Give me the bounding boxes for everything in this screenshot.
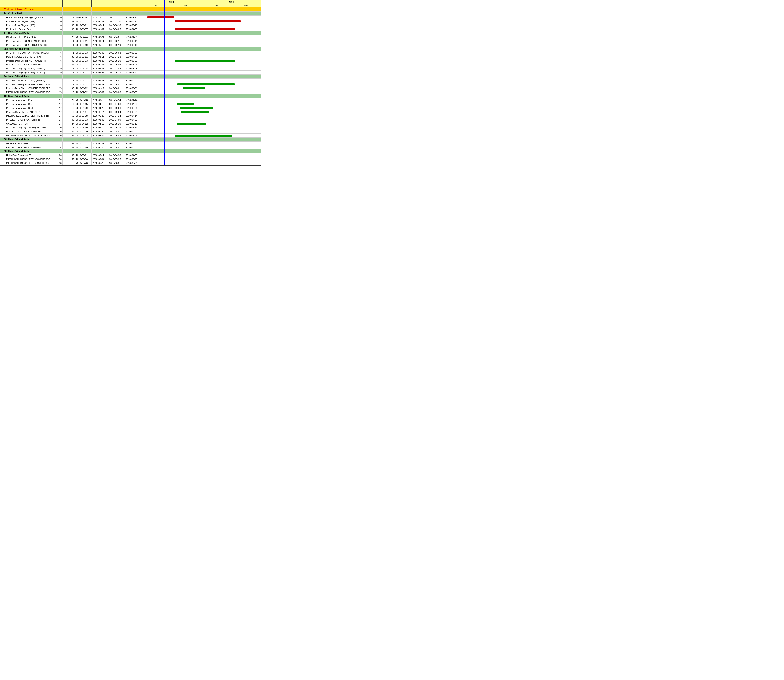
early-start: 2010-05-19 bbox=[91, 126, 108, 129]
activity-name: PROJECT SPECIFICATION (IFR) bbox=[0, 63, 50, 66]
section-label: 1st Critical Path bbox=[0, 12, 50, 15]
orig-duration: 18 bbox=[63, 106, 75, 110]
early-finish: 2010-04-14 bbox=[125, 98, 142, 102]
bl1-start: 2010-01-07 bbox=[75, 19, 91, 23]
top-section-header: Critical & Near Critical bbox=[0, 7, 261, 12]
spacer bbox=[50, 31, 63, 35]
spacer bbox=[108, 94, 125, 98]
activity-name: Process Data Sheet : COMPRESSOR PACKAG bbox=[0, 87, 50, 90]
table-row: MTO For Pipe (CS) (1st BM) (PU-007) 9 1 … bbox=[0, 67, 261, 71]
bl1-finish: 2010-06-10 bbox=[108, 24, 125, 27]
early-start: 2010-01-28 bbox=[91, 114, 108, 118]
spacer bbox=[108, 7, 125, 11]
total-float: 9 bbox=[50, 67, 63, 71]
section-header: 4th Near Critical Path bbox=[0, 94, 261, 98]
early-start: 2010-04-02 bbox=[91, 134, 108, 137]
gantt-bar-cell bbox=[142, 118, 261, 122]
table-row: MTO for Tank Material 1st 17 22 2010-03-… bbox=[0, 98, 261, 102]
orig-duration: 35 bbox=[63, 55, 75, 59]
spacer bbox=[50, 75, 63, 78]
table-row: MECHANICAL DATASHEET : TANK (IFR) 17 52 … bbox=[0, 114, 261, 118]
table-row: Home Office Engineering Organization 0 1… bbox=[0, 16, 261, 19]
early-finish: 2010-05-19 bbox=[125, 126, 142, 129]
bl1-finish: 2010-04-01 bbox=[108, 35, 125, 39]
section-label: Critical & Near Critical bbox=[0, 7, 50, 11]
spacer bbox=[125, 12, 142, 15]
early-start: 2010-01-07 bbox=[91, 142, 108, 145]
early-start: 2010-06-03 bbox=[91, 51, 108, 55]
total-float: 4 bbox=[50, 43, 63, 47]
activity-name: MTO For Butterfly Valve (1st BM) (PU-005… bbox=[0, 82, 50, 86]
early-finish: 2010-01-11 bbox=[125, 16, 142, 19]
bl1-start: 2010-01-14 bbox=[75, 110, 91, 114]
total-float: 20 bbox=[50, 126, 63, 129]
bl1-start: 2010-06-01 bbox=[75, 82, 91, 86]
early-start: 2010-01-20 bbox=[91, 145, 108, 149]
orig-duration: 37 bbox=[63, 153, 75, 157]
table-row: MTO For Fitting (CS) (2nd BM) (PU-008) 4… bbox=[0, 43, 261, 47]
total-float: 17 bbox=[50, 122, 63, 126]
gantt-bar-cell bbox=[142, 27, 261, 31]
spacer bbox=[63, 150, 75, 153]
bl1-finish: 2010-05-26 bbox=[108, 106, 125, 110]
total-float: 26 bbox=[50, 153, 63, 157]
year-2009: 2009 bbox=[142, 0, 201, 4]
gantt-spacer bbox=[142, 94, 261, 98]
activity-name: P&ID :PROCESS & UTILITY (IFA) bbox=[0, 55, 50, 59]
spacer bbox=[63, 47, 75, 51]
activity-name: Process Flow Diagram (IFD) bbox=[0, 24, 50, 27]
section-header: 6th Near Critical Path bbox=[0, 150, 261, 153]
bl1-start: 2010-04-02 bbox=[75, 134, 91, 137]
bl1-start: 2010-03-11 bbox=[75, 39, 91, 43]
early-finish: 2010-05-03 bbox=[125, 134, 142, 137]
spacer bbox=[108, 138, 125, 141]
gantt-spacer bbox=[142, 12, 261, 15]
orig-duration: 1 bbox=[63, 51, 75, 55]
spacer bbox=[75, 31, 91, 35]
header-orig-duration bbox=[63, 0, 75, 7]
spacer bbox=[50, 7, 63, 11]
spacer bbox=[50, 150, 63, 153]
table-row: MECHNICAL DATASHEET : COMPRESSOR PA 30 5… bbox=[0, 157, 261, 161]
orig-duration: 57 bbox=[63, 157, 75, 161]
total-float: 9 bbox=[50, 71, 63, 74]
spacer bbox=[91, 12, 108, 15]
early-finish: 2010-05-20 bbox=[125, 59, 142, 63]
bl1-finish: 2010-01-11 bbox=[108, 16, 125, 19]
spacer bbox=[91, 31, 108, 35]
table-row: Engineering Design Basis 0 60 2010-01-07… bbox=[0, 27, 261, 31]
total-float: 11 bbox=[50, 82, 63, 86]
early-finish: 2010-05-27 bbox=[125, 71, 142, 74]
bl1-finish: 2010-06-01 bbox=[108, 87, 125, 90]
total-float: 6 bbox=[50, 51, 63, 55]
spacer bbox=[63, 31, 75, 35]
activity-name: GENERAL PLOT PLAN (IFA) bbox=[0, 35, 50, 39]
early-start: 2010-04-12 bbox=[91, 122, 108, 126]
table-row: PROJECT SPECIFICATION (IFR) 7 82 2010-01… bbox=[0, 63, 261, 67]
early-start: 2010-02-03 bbox=[91, 118, 108, 122]
total-float: 0 bbox=[50, 16, 63, 19]
month-dec: Dec bbox=[171, 4, 201, 7]
spacer bbox=[63, 138, 75, 141]
early-start: 2010-02-24 bbox=[91, 35, 108, 39]
orig-duration: 1 bbox=[63, 43, 75, 47]
activity-name: MTO for Tank Material 3rd bbox=[0, 106, 50, 110]
activity-name: MTO For Pipe (SS) (1st BM) (PU-010) bbox=[0, 71, 50, 74]
spacer bbox=[125, 94, 142, 98]
bl1-finish: 2010-06-03 bbox=[108, 51, 125, 55]
gantt-bar-cell bbox=[142, 71, 261, 74]
spacer bbox=[75, 7, 91, 11]
bl1-start: 2010-02-24 bbox=[75, 35, 91, 39]
total-float: 0 bbox=[50, 19, 63, 23]
table-row: Process Flow Diagram (IFD) 0 63 2010-03-… bbox=[0, 24, 261, 27]
early-start: 2010-03-23 bbox=[91, 59, 108, 63]
bl1-finish: 2010-03-08 bbox=[108, 67, 125, 71]
section-header: 2nd Near Critical Path bbox=[0, 47, 261, 51]
gantt-bar-cell bbox=[142, 67, 261, 71]
spacer bbox=[75, 138, 91, 141]
header-bl1-start bbox=[75, 0, 91, 7]
bl1-finish: 2010-04-28 bbox=[108, 102, 125, 106]
early-start: 2010-03-16 bbox=[91, 98, 108, 102]
gantt-bar-cell bbox=[142, 130, 261, 134]
spacer bbox=[108, 47, 125, 51]
